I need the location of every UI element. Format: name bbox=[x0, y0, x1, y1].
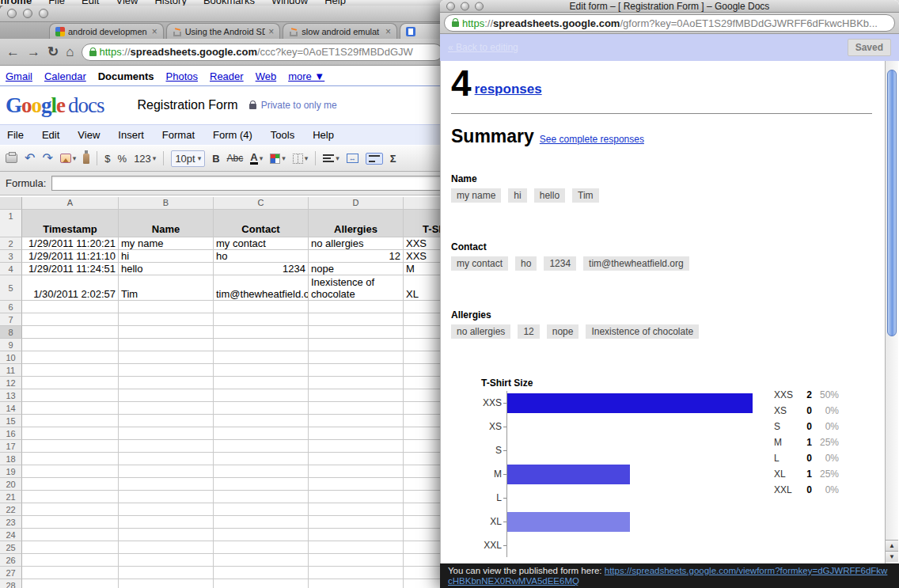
row-header-17[interactable]: 17 bbox=[0, 440, 22, 453]
menu-bookmarks[interactable]: Bookmarks bbox=[203, 0, 255, 6]
bold-button[interactable]: B bbox=[212, 153, 219, 165]
row-header-20[interactable]: 20 bbox=[0, 478, 22, 491]
sheet-cell[interactable] bbox=[22, 389, 119, 402]
row-header-23[interactable]: 23 bbox=[0, 516, 22, 529]
sheet-cell[interactable]: 12 bbox=[309, 250, 404, 263]
sheet-cell[interactable] bbox=[309, 377, 404, 389]
sheet-cell[interactable] bbox=[22, 326, 119, 339]
row-header-9[interactable]: 9 bbox=[0, 339, 22, 351]
sheet-cell[interactable] bbox=[119, 567, 214, 579]
sheet-cell[interactable]: Timestamp bbox=[22, 210, 119, 237]
sheet-cell[interactable] bbox=[214, 377, 309, 389]
row-header-3[interactable]: 3 bbox=[0, 250, 22, 263]
paint-format-icon[interactable] bbox=[83, 154, 89, 164]
sheet-cell[interactable] bbox=[22, 351, 119, 364]
format-percent-button[interactable]: % bbox=[118, 153, 127, 165]
sheet-cell[interactable] bbox=[214, 567, 309, 579]
sheet-cell[interactable] bbox=[214, 364, 309, 377]
docs-menu-help[interactable]: Help bbox=[313, 129, 334, 141]
format-currency-button[interactable]: $ bbox=[104, 153, 110, 165]
sheet-cell[interactable] bbox=[214, 415, 309, 427]
sheet-cell[interactable] bbox=[214, 326, 309, 339]
sheet-cell[interactable]: hi bbox=[119, 250, 214, 263]
zoom-window-button[interactable] bbox=[39, 9, 48, 18]
sheet-cell[interactable] bbox=[309, 567, 404, 579]
gnav-documents[interactable]: Documents bbox=[98, 70, 154, 82]
sheet-cell[interactable] bbox=[22, 567, 119, 579]
sheet-cell[interactable] bbox=[22, 503, 119, 516]
row-header-8[interactable]: 8 bbox=[0, 326, 22, 339]
sheet-cell[interactable] bbox=[119, 516, 214, 529]
sheet-cell[interactable] bbox=[22, 579, 119, 588]
sheet-cell[interactable] bbox=[119, 427, 214, 440]
browser-tab-1[interactable]: android developmen× bbox=[49, 23, 164, 39]
sheet-cell[interactable] bbox=[119, 301, 214, 313]
sheet-cell[interactable] bbox=[214, 389, 309, 402]
sheet-cell[interactable] bbox=[214, 465, 309, 478]
sheet-cell[interactable] bbox=[22, 529, 119, 541]
fill-color-button[interactable]: ▾ bbox=[270, 154, 286, 164]
sheet-cell[interactable] bbox=[214, 541, 309, 554]
home-button[interactable]: ⌂ bbox=[66, 45, 74, 59]
sheet-cell[interactable] bbox=[119, 579, 214, 588]
sheet-cell[interactable] bbox=[309, 554, 404, 567]
sheet-cell[interactable]: 1/29/2011 11:24:51 bbox=[22, 263, 119, 275]
sheet-cell[interactable] bbox=[22, 415, 119, 427]
sheet-cell[interactable]: Name bbox=[119, 210, 214, 237]
number-format-button[interactable]: 123▾ bbox=[134, 153, 156, 165]
scrollbar[interactable]: ▲ ▼ bbox=[885, 61, 898, 563]
see-complete-responses-link[interactable]: See complete responses bbox=[540, 134, 644, 145]
form-window-titlebar[interactable]: Edit form – [ Registration Form ] – Goog… bbox=[440, 0, 899, 13]
sheet-cell[interactable] bbox=[214, 478, 309, 491]
sheet-cell[interactable] bbox=[214, 313, 309, 326]
tab-close-icon[interactable]: × bbox=[385, 28, 391, 36]
back-to-editing-link[interactable]: « Back to editing bbox=[448, 42, 518, 53]
browser-tab-2[interactable]: Using the Android SD× bbox=[166, 23, 281, 39]
column-header-b[interactable]: B bbox=[119, 197, 214, 210]
row-header-4[interactable]: 4 bbox=[0, 263, 22, 275]
sheet-cell[interactable] bbox=[119, 415, 214, 427]
sheet-cell[interactable] bbox=[119, 364, 214, 377]
sheet-cell[interactable] bbox=[22, 427, 119, 440]
sheet-cell[interactable] bbox=[22, 402, 119, 415]
sheet-cell[interactable] bbox=[119, 478, 214, 491]
sheet-cell[interactable] bbox=[309, 389, 404, 402]
sheet-cell[interactable] bbox=[309, 415, 404, 427]
sheet-cell[interactable] bbox=[309, 402, 404, 415]
back-button[interactable]: ← bbox=[6, 45, 20, 59]
sheet-cell[interactable] bbox=[214, 301, 309, 313]
zoom-window-button[interactable] bbox=[475, 2, 484, 10]
column-header-c[interactable]: C bbox=[214, 197, 309, 210]
sheet-cell[interactable] bbox=[309, 427, 404, 440]
browser-titlebar[interactable] bbox=[0, 6, 450, 22]
sheet-cell[interactable] bbox=[22, 301, 119, 313]
sum-button[interactable]: Σ bbox=[390, 153, 396, 165]
row-header-13[interactable]: 13 bbox=[0, 389, 22, 402]
sheet-cell[interactable] bbox=[22, 440, 119, 453]
sheet-cell[interactable] bbox=[119, 503, 214, 516]
sheet-cell[interactable] bbox=[309, 541, 404, 554]
docs-menu-view[interactable]: View bbox=[78, 129, 100, 141]
row-header-19[interactable]: 19 bbox=[0, 465, 22, 478]
row-header-10[interactable]: 10 bbox=[0, 351, 22, 364]
sheet-cell[interactable] bbox=[309, 301, 404, 313]
select-all-corner[interactable] bbox=[0, 197, 22, 210]
menu-view[interactable]: View bbox=[116, 0, 138, 6]
print-icon[interactable] bbox=[6, 154, 17, 163]
sheet-cell[interactable] bbox=[309, 465, 404, 478]
sheet-cell[interactable]: 1/29/2011 11:21:10 bbox=[22, 250, 119, 263]
sheet-cell[interactable] bbox=[119, 440, 214, 453]
undo-icon[interactable]: ↶ bbox=[25, 152, 35, 165]
sheet-cell[interactable] bbox=[119, 402, 214, 415]
sheet-cell[interactable]: Contact bbox=[214, 210, 309, 237]
tab-close-icon[interactable]: × bbox=[152, 28, 157, 36]
sheet-cell[interactable] bbox=[309, 529, 404, 541]
strikethrough-button[interactable]: Abc bbox=[227, 153, 244, 164]
column-header-d[interactable]: D bbox=[309, 197, 404, 210]
sheet-cell[interactable] bbox=[214, 529, 309, 541]
row-header-6[interactable]: 6 bbox=[0, 301, 22, 313]
sheet-cell[interactable] bbox=[309, 491, 404, 503]
scroll-up-button[interactable]: ▲ bbox=[886, 540, 898, 551]
sheet-cell[interactable] bbox=[214, 453, 309, 465]
gnav-web[interactable]: Web bbox=[256, 70, 277, 82]
